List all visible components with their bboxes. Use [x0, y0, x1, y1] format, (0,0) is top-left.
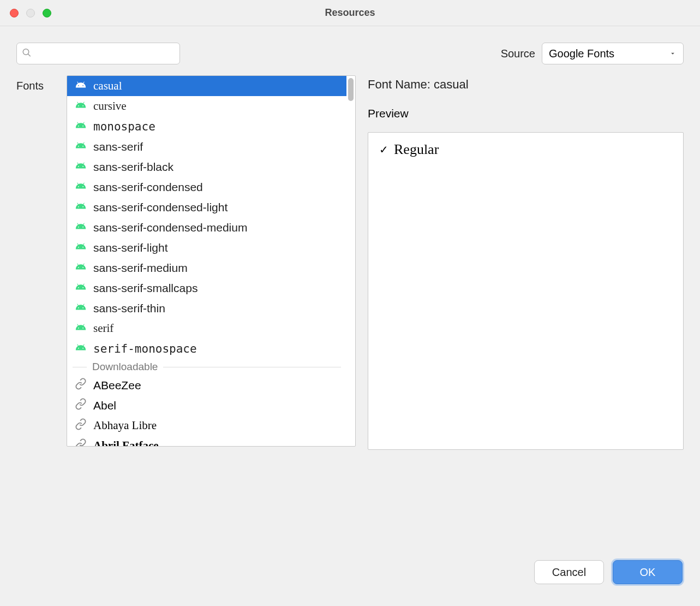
- android-icon: [75, 99, 87, 114]
- android-icon: [75, 180, 87, 194]
- android-icon: [75, 159, 87, 174]
- separator-label: Downloadable: [92, 361, 158, 373]
- font-list[interactable]: casualcursivemonospacesans-serifsans-ser…: [67, 75, 356, 447]
- check-icon: ✓: [379, 143, 388, 156]
- android-icon: [75, 220, 87, 235]
- link-icon: [75, 378, 87, 393]
- window-controls: [0, 9, 51, 17]
- close-icon[interactable]: [10, 9, 19, 17]
- font-item-abhaya-libre[interactable]: Abhaya Libre: [67, 415, 346, 436]
- downloadable-separator: Downloadable: [67, 359, 346, 375]
- font-item-label: serif-monospace: [93, 342, 197, 355]
- fonts-label: Fonts: [16, 75, 55, 450]
- preview-box: ✓ Regular: [368, 132, 684, 450]
- android-icon: [75, 281, 87, 295]
- font-item-label: monospace: [93, 120, 155, 133]
- search-input[interactable]: [16, 43, 180, 64]
- font-item-label: sans-serif-black: [93, 161, 173, 174]
- android-icon: [75, 79, 87, 93]
- font-item-monospace[interactable]: monospace: [67, 116, 346, 136]
- source-label: Source: [501, 47, 535, 60]
- font-item-label: sans-serif-thin: [93, 302, 165, 315]
- android-icon: [75, 119, 87, 134]
- font-item-sans-serif-condensed-medium[interactable]: sans-serif-condensed-medium: [67, 217, 346, 237]
- titlebar: Resources: [0, 0, 700, 26]
- search-icon: [22, 48, 32, 60]
- font-name-label: Font Name:: [368, 78, 434, 91]
- font-item-abril-fatface[interactable]: Abril Fatface: [67, 436, 346, 446]
- android-icon: [75, 139, 87, 154]
- font-item-sans-serif-condensed-light[interactable]: sans-serif-condensed-light: [67, 197, 346, 217]
- ok-button[interactable]: OK: [613, 560, 683, 584]
- font-item-label: sans-serif-light: [93, 241, 168, 254]
- chevron-down-icon: [669, 47, 677, 60]
- preview-option-regular[interactable]: ✓ Regular: [379, 141, 672, 158]
- minimize-icon[interactable]: [26, 9, 35, 17]
- font-item-label: Abel: [93, 399, 116, 412]
- font-item-sans-serif-medium[interactable]: sans-serif-medium: [67, 258, 346, 278]
- font-item-abel[interactable]: Abel: [67, 395, 346, 415]
- cancel-button[interactable]: Cancel: [534, 560, 604, 584]
- font-item-abeezee[interactable]: ABeeZee: [67, 375, 346, 395]
- font-item-sans-serif-condensed[interactable]: sans-serif-condensed: [67, 177, 346, 197]
- font-item-label: serif: [93, 322, 113, 335]
- font-name-value: casual: [434, 78, 469, 91]
- link-icon: [75, 418, 87, 433]
- android-icon: [75, 240, 87, 255]
- font-item-label: ABeeZee: [93, 379, 141, 392]
- font-item-serif-monospace[interactable]: serif-monospace: [67, 338, 346, 359]
- font-item-label: sans-serif-condensed: [93, 181, 203, 194]
- font-item-label: sans-serif-medium: [93, 262, 188, 275]
- android-icon: [75, 260, 87, 275]
- android-icon: [75, 200, 87, 215]
- font-item-casual[interactable]: casual: [67, 76, 346, 96]
- link-icon: [75, 398, 87, 413]
- font-item-label: sans-serif: [93, 140, 143, 153]
- font-item-label: sans-serif-smallcaps: [93, 282, 198, 295]
- android-icon: [75, 301, 87, 316]
- source-selected: Google Fonts: [549, 47, 614, 60]
- zoom-icon[interactable]: [43, 9, 51, 17]
- android-icon: [75, 321, 87, 336]
- font-item-serif[interactable]: serif: [67, 318, 346, 338]
- window-title: Resources: [0, 7, 700, 19]
- detail-pane: Font Name: casual Preview ✓ Regular: [368, 75, 684, 450]
- font-item-cursive[interactable]: cursive: [67, 96, 346, 116]
- font-item-label: sans-serif-condensed-medium: [93, 221, 247, 234]
- font-item-label: Abril Fatface: [93, 439, 159, 446]
- font-item-sans-serif-smallcaps[interactable]: sans-serif-smallcaps: [67, 278, 346, 298]
- svg-point-0: [23, 49, 29, 55]
- font-item-sans-serif-thin[interactable]: sans-serif-thin: [67, 298, 346, 318]
- source-select[interactable]: Google Fonts: [542, 43, 684, 64]
- font-item-label: casual: [93, 79, 122, 93]
- font-item-sans-serif-light[interactable]: sans-serif-light: [67, 237, 346, 258]
- font-item-sans-serif-black[interactable]: sans-serif-black: [67, 157, 346, 177]
- font-item-label: sans-serif-condensed-light: [93, 201, 228, 214]
- svg-line-1: [28, 54, 31, 57]
- link-icon: [75, 438, 87, 446]
- android-icon: [75, 341, 87, 356]
- scrollbar[interactable]: [346, 76, 355, 446]
- scrollbar-thumb[interactable]: [348, 78, 354, 101]
- preview-option-label: Regular: [394, 141, 439, 158]
- preview-label: Preview: [368, 107, 684, 120]
- font-item-label: cursive: [93, 99, 127, 113]
- font-item-label: Abhaya Libre: [93, 419, 157, 432]
- font-item-sans-serif[interactable]: sans-serif: [67, 136, 346, 157]
- search-field[interactable]: [16, 43, 180, 64]
